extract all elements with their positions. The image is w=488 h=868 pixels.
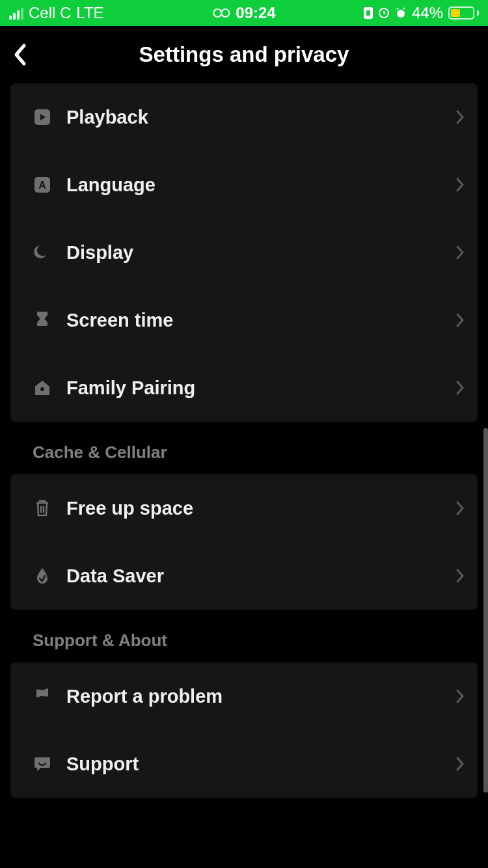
section-title-cache: Cache & Cellular	[10, 442, 478, 474]
alarm-icon	[395, 7, 407, 19]
row-label: Report a problem	[66, 686, 455, 707]
chevron-right-icon	[455, 380, 465, 396]
playback-icon	[33, 107, 52, 127]
row-label: Language	[66, 174, 455, 196]
hotspot-icon	[212, 8, 230, 18]
content-scroll[interactable]: Playback A Language Display	[0, 83, 488, 868]
status-left: Cell C LTE	[9, 4, 104, 22]
row-data-saver[interactable]: Data Saver	[10, 542, 478, 610]
row-free-up-space[interactable]: Free up space	[10, 474, 478, 542]
chat-icon	[33, 754, 52, 774]
back-button[interactable]	[13, 43, 27, 66]
moon-icon	[33, 243, 52, 262]
chevron-right-icon	[455, 177, 465, 193]
svg-rect-2	[366, 10, 370, 16]
signal-strength-icon	[9, 7, 23, 20]
chevron-right-icon	[455, 312, 465, 328]
section-title-support: Support & About	[10, 631, 478, 662]
status-time: 09:24	[236, 4, 275, 22]
hourglass-icon	[33, 310, 52, 330]
settings-group-support: Report a problem Support	[10, 662, 478, 798]
svg-point-4	[397, 10, 405, 18]
language-icon: A	[33, 175, 52, 195]
row-label: Family Pairing	[66, 377, 455, 399]
svg-point-0	[213, 9, 221, 17]
row-language[interactable]: A Language	[10, 151, 478, 219]
svg-text:A: A	[38, 180, 46, 191]
status-bar: Cell C LTE 09:24 44%	[0, 0, 488, 26]
droplet-icon	[33, 566, 52, 586]
status-right: 44%	[364, 4, 479, 22]
row-family-pairing[interactable]: Family Pairing	[10, 354, 478, 422]
page-title: Settings and privacy	[139, 42, 349, 67]
rotation-lock-icon	[378, 7, 390, 19]
row-playback[interactable]: Playback	[10, 83, 478, 151]
network-label: LTE	[76, 4, 103, 22]
row-label: Screen time	[66, 310, 455, 331]
scrollbar[interactable]	[483, 428, 488, 793]
svg-point-8	[40, 387, 44, 391]
battery-pct: 44%	[412, 4, 443, 22]
row-label: Playback	[66, 107, 455, 128]
home-icon	[33, 378, 52, 398]
chevron-right-icon	[455, 245, 465, 260]
sim-icon	[364, 7, 373, 19]
carrier-label: Cell C	[29, 4, 71, 22]
row-label: Display	[66, 242, 455, 264]
battery-icon	[448, 7, 479, 20]
row-label: Free up space	[66, 498, 455, 519]
chevron-right-icon	[455, 568, 465, 584]
flag-icon	[33, 686, 52, 706]
chevron-right-icon	[455, 756, 465, 772]
row-report-problem[interactable]: Report a problem	[10, 662, 478, 730]
row-screen-time[interactable]: Screen time	[10, 286, 478, 354]
settings-group-cache: Free up space Data Saver	[10, 474, 478, 610]
settings-group-general: Playback A Language Display	[10, 83, 478, 422]
trash-icon	[33, 498, 52, 518]
chevron-right-icon	[455, 688, 465, 704]
status-center: 09:24	[212, 4, 275, 22]
row-label: Data Saver	[66, 565, 455, 587]
chevron-right-icon	[455, 500, 465, 516]
chevron-right-icon	[455, 109, 465, 125]
row-support[interactable]: Support	[10, 730, 478, 798]
svg-point-1	[221, 9, 229, 17]
row-label: Support	[66, 753, 455, 775]
row-display[interactable]: Display	[10, 219, 478, 286]
nav-header: Settings and privacy	[0, 26, 488, 83]
